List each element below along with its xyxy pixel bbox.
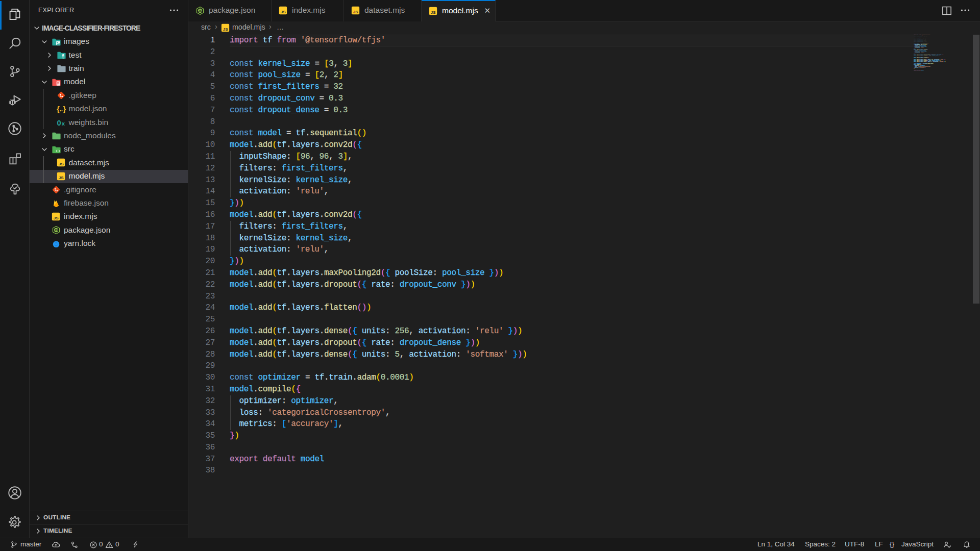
svg-text:JS: JS — [54, 229, 58, 232]
svg-text:0: 0 — [57, 119, 61, 127]
svg-text:JS: JS — [281, 10, 286, 14]
svg-text:JS: JS — [431, 10, 436, 15]
svg-text:x: x — [61, 120, 65, 127]
svg-text:JS: JS — [58, 175, 63, 180]
svg-text:{: { — [57, 105, 60, 113]
svg-text:JS: JS — [353, 10, 358, 14]
svg-text:JS: JS — [54, 216, 59, 220]
svg-text:}: } — [63, 105, 66, 113]
svg-text:JS: JS — [198, 9, 202, 12]
svg-text:JS: JS — [223, 27, 228, 32]
svg-text:JS: JS — [58, 162, 63, 166]
